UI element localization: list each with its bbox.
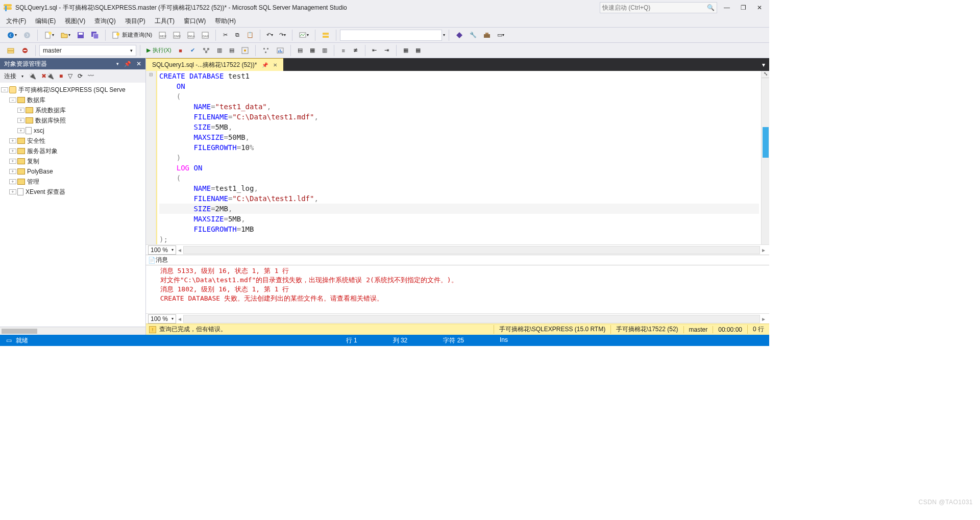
zoom-combo-2[interactable]: 100 %▾ bbox=[148, 314, 176, 324]
menu-tools[interactable]: 工具(T) bbox=[155, 17, 175, 26]
code-text[interactable]: CREATE DATABASE test1 ON ( NAME="test1_d… bbox=[156, 71, 761, 244]
server-icon bbox=[9, 86, 16, 93]
template-params-button[interactable]: ▦ bbox=[412, 45, 424, 56]
tree-dbsnapshot[interactable]: +数据库快照 bbox=[0, 115, 145, 126]
svg-rect-0 bbox=[4, 4, 12, 7]
quick-launch-input[interactable]: 快速启动 (Ctrl+Q) 🔍 bbox=[600, 2, 717, 13]
tree-security[interactable]: +安全性 bbox=[0, 136, 145, 146]
change-connection-button[interactable] bbox=[4, 45, 17, 56]
cut-button[interactable]: ✂ bbox=[219, 30, 231, 41]
tree-xevent[interactable]: +XEvent 探查器 bbox=[0, 187, 145, 197]
code-editor[interactable]: ⊟ CREATE DATABASE test1 ON ( NAME="test1… bbox=[146, 71, 769, 244]
new-file-button[interactable]: ▾ bbox=[41, 30, 57, 41]
specify-values-button[interactable]: ▦ bbox=[400, 45, 411, 56]
intellisense-button[interactable]: ▤ bbox=[226, 45, 237, 56]
menu-view[interactable]: 视图(V) bbox=[65, 17, 85, 26]
include-stats-button[interactable] bbox=[274, 45, 287, 56]
menu-query[interactable]: 查询(Q) bbox=[94, 17, 115, 26]
messages-panel[interactable]: 消息 5133, 级别 16, 状态 1, 第 1 行 对文件"C:\Data\… bbox=[146, 265, 769, 313]
results-text-button[interactable]: ▤ bbox=[295, 45, 306, 56]
execute-button[interactable]: ▶ 执行(X) bbox=[144, 45, 174, 56]
stop2-icon[interactable]: ■ bbox=[59, 72, 63, 80]
save-button[interactable] bbox=[74, 30, 87, 41]
paste-button[interactable]: 📋 bbox=[244, 30, 256, 41]
tree-server[interactable]: −手可摘棉花\SQLEXPRESS (SQL Serve bbox=[0, 85, 145, 95]
messages-hscrollbar[interactable] bbox=[183, 315, 760, 323]
close-panel-icon[interactable]: ✕ bbox=[136, 60, 141, 67]
object-explorer-tree[interactable]: −手可摘棉花\SQLEXPRESS (SQL Serve −数据库 +系统数据库… bbox=[0, 83, 145, 327]
dax-query-button[interactable]: DAX bbox=[199, 30, 212, 41]
copy-button[interactable]: ⧉ bbox=[232, 30, 243, 41]
vs-icon[interactable] bbox=[453, 30, 466, 41]
filter-icon[interactable]: ▽ bbox=[68, 72, 72, 80]
status-ready: 就绪 bbox=[16, 336, 28, 345]
zoom-combo[interactable]: 100 %▾ bbox=[148, 245, 176, 255]
tree-xscj[interactable]: +xscj bbox=[0, 126, 145, 136]
messages-tab[interactable]: 📄 消息 bbox=[146, 255, 769, 265]
xevent-icon bbox=[17, 188, 23, 195]
available-databases-combo[interactable]: master▾ bbox=[39, 45, 136, 56]
menu-edit[interactable]: 编辑(E) bbox=[35, 17, 56, 26]
connect-icon[interactable]: 🔌 bbox=[29, 72, 36, 80]
tree-replication[interactable]: +复制 bbox=[0, 156, 145, 166]
uncomment-button[interactable]: ≢ bbox=[350, 45, 361, 56]
parse-button[interactable]: ✔ bbox=[187, 45, 199, 56]
tree-databases[interactable]: −数据库 bbox=[0, 95, 145, 105]
find-combo[interactable] bbox=[340, 30, 442, 41]
disconnect2-icon[interactable]: ✖🔌 bbox=[41, 72, 54, 80]
editor-vscrollbar[interactable]: ⤡ bbox=[761, 71, 769, 244]
comment-button[interactable]: ≡ bbox=[338, 45, 349, 56]
new-query-button[interactable]: 新建查询(N) bbox=[109, 30, 155, 41]
tree-sysdb[interactable]: +系统数据库 bbox=[0, 105, 145, 115]
outline-gutter[interactable]: ⊟ bbox=[146, 71, 156, 244]
refresh-icon[interactable]: ⟳ bbox=[78, 72, 83, 80]
restore-button[interactable]: ❐ bbox=[737, 4, 750, 11]
increase-indent-button[interactable]: ⇥ bbox=[381, 45, 393, 56]
tree-management[interactable]: +管理 bbox=[0, 177, 145, 187]
minimize-button[interactable]: — bbox=[720, 4, 733, 11]
xmla-query-button[interactable]: XMLA bbox=[184, 30, 198, 41]
registered-servers-button[interactable] bbox=[319, 30, 332, 41]
pin-tab-icon[interactable]: 📌 bbox=[262, 62, 268, 68]
editor-hscrollbar[interactable] bbox=[183, 246, 760, 254]
window-layout-button[interactable]: ▭▾ bbox=[495, 30, 507, 41]
object-explorer-header[interactable]: 对象资源管理器 ▾ 📌 ✕ bbox=[0, 58, 145, 69]
menu-project[interactable]: 项目(P) bbox=[125, 17, 145, 26]
close-tab-icon[interactable]: ✕ bbox=[273, 62, 277, 68]
activity-monitor-button[interactable]: ▾ bbox=[296, 30, 311, 41]
nav-back-button[interactable]: ▾ bbox=[4, 30, 19, 41]
menu-window[interactable]: 窗口(W) bbox=[184, 17, 206, 26]
redo-button[interactable]: ↷▾ bbox=[277, 30, 288, 41]
menu-file[interactable]: 文件(F) bbox=[6, 17, 26, 26]
pin-icon[interactable]: 📌 bbox=[124, 61, 131, 67]
dmx-query-button[interactable]: DMX bbox=[170, 30, 183, 41]
save-all-button[interactable] bbox=[88, 30, 102, 41]
query-options-button[interactable]: ▥ bbox=[214, 45, 225, 56]
results-grid-button[interactable]: ▦ bbox=[307, 45, 318, 56]
tree-polybase[interactable]: +PolyBase bbox=[0, 166, 145, 177]
connect-button[interactable]: 连接 bbox=[4, 72, 16, 81]
decrease-indent-button[interactable]: ⇤ bbox=[369, 45, 380, 56]
close-button[interactable]: ✕ bbox=[753, 4, 766, 11]
include-plan-button[interactable] bbox=[259, 45, 273, 56]
svg-rect-27 bbox=[8, 51, 14, 53]
status-column: 列 32 bbox=[393, 336, 408, 345]
undo-button[interactable]: ↶▾ bbox=[264, 30, 276, 41]
explorer-hscrollbar[interactable] bbox=[0, 327, 145, 335]
estimated-plan-button[interactable] bbox=[200, 45, 213, 56]
disconnect-button[interactable] bbox=[18, 45, 32, 56]
activity-icon[interactable]: 〰 bbox=[88, 72, 94, 80]
active-files-dropdown[interactable]: ▾ bbox=[758, 61, 769, 68]
stop-button[interactable]: ■ bbox=[175, 45, 186, 56]
panel-window-pos-icon[interactable]: ▾ bbox=[116, 61, 119, 66]
wrench-icon[interactable]: 🔧 bbox=[467, 30, 479, 41]
open-file-button[interactable]: ▾ bbox=[58, 30, 73, 41]
tree-serverobj[interactable]: +服务器对象 bbox=[0, 146, 145, 156]
nav-forward-button[interactable] bbox=[20, 30, 34, 41]
mdx-query-button[interactable]: MDX bbox=[156, 30, 169, 41]
document-tab[interactable]: SQLQuery1.sql -...摘棉花\17522 (52))* 📌 ✕ bbox=[146, 58, 283, 71]
menu-help[interactable]: 帮助(H) bbox=[215, 17, 236, 26]
results-file-button[interactable]: ▥ bbox=[319, 45, 330, 56]
toolbox-icon[interactable] bbox=[480, 30, 494, 41]
live-stats-button[interactable] bbox=[238, 45, 252, 56]
